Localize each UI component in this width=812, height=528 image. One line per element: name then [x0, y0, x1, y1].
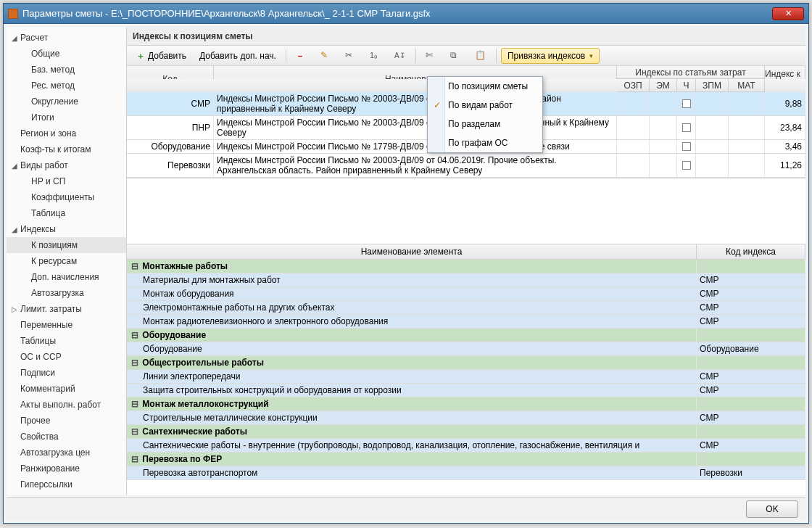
number-button[interactable] — [365, 48, 386, 64]
col-elem-name-header[interactable]: Наименование элемента — [127, 244, 697, 259]
sidebar-item-label: Округление — [31, 96, 78, 107]
cell — [697, 356, 805, 369]
cell — [697, 453, 805, 466]
ok-button[interactable]: OK — [746, 500, 798, 518]
close-button[interactable]: ✕ — [772, 7, 804, 20]
sidebar-item[interactable]: Общие — [7, 46, 126, 62]
group-row[interactable]: ⊟ Оборудование — [127, 329, 805, 342]
col-zpm-header[interactable]: ЗПМ — [696, 79, 729, 92]
menu-item[interactable]: По графам ОС — [428, 133, 542, 152]
sidebar-item[interactable]: Свойства — [7, 429, 126, 445]
sidebar-item[interactable]: ▷Лимит. затраты — [7, 301, 126, 317]
element-row[interactable]: Материалы для монтажных работСМР — [127, 273, 805, 287]
element-row[interactable]: Перевозка автотранспортомПеревозки — [127, 466, 805, 480]
add-ext-button[interactable]: Добавить доп. нач. — [194, 48, 281, 64]
sidebar-item[interactable]: Вложения — [7, 492, 126, 495]
element-row[interactable]: Строительные металлические конструкцииСМ… — [127, 411, 805, 425]
cell — [697, 329, 805, 342]
col-elem-code-header[interactable]: Код индекса — [697, 244, 805, 259]
sidebar-item[interactable]: ОС и ССР — [7, 349, 126, 365]
sidebar-item[interactable]: Гиперссылки — [7, 477, 126, 492]
element-row[interactable]: Электромонтажные работы на других объект… — [127, 301, 805, 315]
checkbox[interactable] — [682, 123, 691, 132]
paste-button[interactable] — [470, 48, 492, 64]
tool-button-1[interactable] — [340, 48, 362, 64]
sidebar-item[interactable]: Комментарий — [7, 381, 126, 397]
sidebar-item-label: Общие — [31, 49, 59, 59]
cell — [677, 116, 696, 139]
cell — [729, 116, 765, 139]
sidebar-item[interactable]: ◢Индексы — [7, 221, 126, 237]
sidebar-item[interactable]: ◢Виды работ — [7, 157, 126, 173]
element-row[interactable]: ОборудованиеОборудование — [127, 342, 805, 356]
col-ozp-header[interactable]: ОЗП — [617, 79, 650, 92]
scissors-icon — [345, 50, 357, 62]
element-row[interactable]: Сантехнические работы - внутренние (труб… — [127, 439, 805, 453]
element-row[interactable]: Монтаж оборудованияСМР — [127, 287, 805, 301]
binding-dropdown-label: Привязка индексов — [508, 51, 585, 61]
collapse-icon[interactable]: ⊟ — [130, 426, 140, 437]
sidebar-item[interactable]: Таблица — [7, 205, 126, 221]
sidebar-item[interactable]: Регион и зона — [7, 125, 126, 141]
add-button[interactable]: Добавить — [131, 48, 191, 64]
group-row[interactable]: ⊟ Монтаж металлоконструкций — [127, 397, 805, 411]
group-row[interactable]: ⊟ Перевозка по ФЕР — [127, 453, 805, 466]
cell — [650, 92, 677, 115]
sidebar-item[interactable]: К ресурсам — [7, 253, 126, 269]
element-row[interactable]: Монтаж радиотелевизионного и электронног… — [127, 315, 805, 329]
sidebar-item[interactable]: Коэффициенты — [7, 189, 126, 205]
sidebar-item-label: Таблицы — [20, 336, 56, 346]
element-row[interactable]: Линии электропередачиСМР — [127, 370, 805, 384]
sidebar-item[interactable]: Доп. начисления — [7, 269, 126, 285]
sidebar-item-label: Автозагрузка цен — [20, 447, 90, 458]
sort-button[interactable] — [389, 48, 411, 64]
col-ch-header[interactable]: Ч — [677, 79, 696, 92]
col-group-header[interactable]: Индексы по статьям затрат — [617, 66, 765, 79]
copy-button[interactable] — [445, 48, 467, 64]
sidebar-item[interactable]: Итоги — [7, 110, 126, 125]
dialog-window: Параметры сметы - E:\_ПОСТОРОННИЕ\Арханг… — [3, 3, 809, 524]
menu-item[interactable]: По позициям сметы — [428, 77, 542, 96]
group-row[interactable]: ⊟ Монтажные работы — [127, 260, 805, 273]
checkbox[interactable] — [682, 99, 691, 108]
menu-item[interactable]: По разделам — [428, 115, 542, 133]
sidebar-item[interactable]: Рес. метод — [7, 78, 126, 94]
sidebar-item[interactable]: Ранжирование — [7, 461, 126, 477]
footer: OK — [7, 497, 805, 520]
index-row[interactable]: ПеревозкиИндексы Минстрой России Письмо … — [127, 154, 805, 178]
cut-button[interactable] — [420, 48, 442, 64]
cell: СМР — [697, 439, 805, 452]
sidebar-item[interactable]: Переменные — [7, 317, 126, 333]
collapse-icon[interactable]: ⊟ — [130, 399, 140, 409]
checkbox[interactable] — [682, 161, 691, 170]
cell — [677, 140, 696, 153]
sidebar-item[interactable]: Подписи — [7, 365, 126, 381]
sidebar-item[interactable]: Таблицы — [7, 333, 126, 349]
collapse-icon[interactable]: ⊟ — [130, 454, 140, 464]
group-label: Монтаж металлоконструкций — [140, 399, 269, 409]
collapse-icon[interactable]: ⊟ — [130, 358, 140, 368]
sidebar-item[interactable]: К позициям — [7, 237, 126, 253]
group-row[interactable]: ⊟ Сантехнические работы — [127, 425, 805, 439]
collapse-icon[interactable]: ⊟ — [130, 261, 140, 271]
sidebar-item[interactable]: Коэф-ты к итогам — [7, 141, 126, 157]
collapse-icon[interactable]: ⊟ — [130, 330, 140, 340]
sidebar-item[interactable]: Автозагрузка — [7, 285, 126, 301]
cell: Оборудование — [127, 342, 697, 355]
sidebar-item[interactable]: Акты выполн. работ — [7, 397, 126, 413]
col-em-header[interactable]: ЭМ — [650, 79, 677, 92]
edit-button[interactable] — [315, 48, 337, 64]
element-row[interactable]: Защита строительных конструкций и оборуд… — [127, 384, 805, 397]
sidebar-item[interactable]: Округление — [7, 94, 126, 110]
binding-dropdown[interactable]: Привязка индексов ▾ — [501, 48, 600, 64]
sidebar-item[interactable]: НР и СП — [7, 173, 126, 189]
menu-item[interactable]: По видам работ — [428, 96, 542, 115]
group-row[interactable]: ⊟ Общестроительные работы — [127, 356, 805, 370]
sidebar-item[interactable]: Прочее — [7, 413, 126, 429]
sidebar-item[interactable]: Баз. метод — [7, 62, 126, 78]
checkbox[interactable] — [682, 142, 691, 151]
remove-button[interactable] — [291, 48, 312, 64]
sidebar-item[interactable]: ◢Расчет — [7, 30, 126, 46]
sidebar-item[interactable]: Автозагрузка цен — [7, 445, 126, 461]
col-mat-header[interactable]: МАТ — [729, 79, 765, 92]
